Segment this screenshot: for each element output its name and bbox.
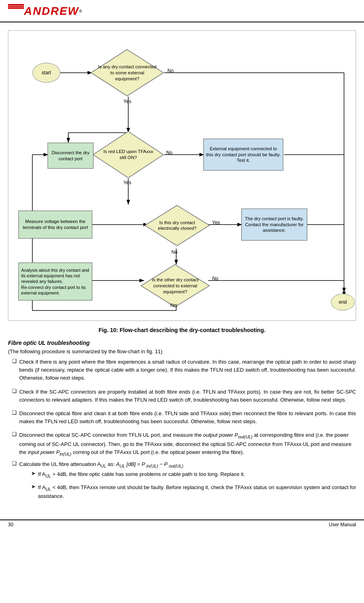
svg-marker-28 bbox=[93, 131, 163, 178]
svg-marker-27 bbox=[91, 50, 163, 96]
section-intro: (The following procedure is summarized b… bbox=[8, 348, 356, 356]
q4-node: Is the other dry contact connected to ex… bbox=[140, 264, 210, 308]
r4-label: The dry contact port is faulty. Contact … bbox=[244, 216, 305, 234]
sub-bullet-1-text: If AUL > 4dB, the fibre optic cable has … bbox=[38, 470, 245, 479]
flowchart-container: start Is any dry contact connected to so… bbox=[8, 30, 356, 321]
bullet-3-text: Disconnect the optical fibre and clean i… bbox=[19, 410, 356, 426]
svg-marker-30 bbox=[141, 265, 209, 307]
q2-no-label: No bbox=[166, 150, 172, 155]
logo-flag-icon bbox=[8, 4, 24, 18]
sub-bullet-2: ➤ If AUL < 4dB, then TFAxxx remote unit … bbox=[31, 484, 356, 503]
svg-marker-1 bbox=[16, 4, 24, 9]
q4-no-label: No bbox=[212, 276, 218, 281]
flowchart-wrapper: start Is any dry contact connected to so… bbox=[12, 37, 360, 316]
r3-node: Measure voltage between the terminals of… bbox=[18, 211, 92, 239]
footer-right-text: User Manual bbox=[329, 522, 356, 527]
bullet-4: ❑ Disconnect the optical SC-APC connecto… bbox=[8, 431, 356, 457]
bullet-1-text: Check if there is any point where the fi… bbox=[19, 358, 356, 382]
end-label: end bbox=[339, 299, 347, 305]
svg-marker-0 bbox=[8, 4, 16, 9]
bullet-5: ❑ Calculate the UL fibre attenuation AUL… bbox=[8, 460, 356, 504]
bullet-symbol-3: ❑ bbox=[12, 410, 17, 428]
bullet-symbol-2: ❑ bbox=[12, 388, 17, 406]
end-node: end bbox=[331, 294, 355, 310]
bullet-2-text: Check if the SC-APC connectors are prope… bbox=[19, 388, 356, 404]
bullet-3: ❑ Disconnect the optical fibre and clean… bbox=[8, 410, 356, 428]
start-node: start bbox=[32, 63, 60, 83]
section-title: Fibre optic UL troubleshooting bbox=[8, 340, 356, 346]
bullet-5-text: Calculate the UL fibre attenuation AUL a… bbox=[19, 461, 183, 467]
r4-node: The dry contact port is faulty. Contact … bbox=[241, 209, 307, 241]
q1-node: Is any dry contact connected to some ext… bbox=[90, 49, 164, 97]
sub-arrow-2: ➤ bbox=[31, 484, 36, 503]
bullet-1: ❑ Check if there is any point where the … bbox=[8, 358, 356, 384]
r1-label: Disconnect the dry contact port bbox=[50, 150, 91, 162]
start-label: start bbox=[42, 70, 51, 76]
footer: 30 User Manual bbox=[0, 519, 364, 529]
sub-bullets: ➤ If AUL > 4dB, the fibre optic cable ha… bbox=[19, 470, 356, 503]
sub-bullet-1: ➤ If AUL > 4dB, the fibre optic cable ha… bbox=[31, 470, 356, 482]
q1-no-label: No bbox=[167, 68, 173, 74]
r2-node: External equipment connected to this dry… bbox=[203, 139, 283, 171]
q3-node: Is this dry contact electrically closed? bbox=[144, 205, 210, 247]
sub-bullet-2-text: If AUL < 4dB, then TFAxxx remote unit sh… bbox=[38, 484, 356, 501]
r2-label: External equipment connected to this dry… bbox=[206, 146, 281, 164]
main-content: start Is any dry contact connected to so… bbox=[0, 22, 364, 511]
bullet-2: ❑ Check if the SC-APC connectors are pro… bbox=[8, 388, 356, 406]
r5-node: Analysis about this dry contact and its … bbox=[18, 263, 92, 301]
q2-node: Is red LED upon TFAxxx still ON? bbox=[92, 131, 164, 179]
r3-label: Measure voltage between the terminals of… bbox=[21, 219, 90, 231]
page-number: 30 bbox=[8, 522, 13, 527]
bullet-symbol-4: ❑ bbox=[12, 431, 17, 457]
logo-text: ANDREW bbox=[24, 5, 79, 18]
r5-label: Analysis about this dry contact and its … bbox=[21, 267, 90, 296]
header: ANDREW® bbox=[0, 0, 364, 22]
bullet-symbol-5: ❑ bbox=[12, 460, 17, 504]
q1-yes-label: Yes bbox=[123, 99, 131, 104]
figure-caption: Fig. 10: Flow-chart describing the dry-c… bbox=[8, 327, 356, 333]
r1-node: Disconnect the dry contact port bbox=[48, 143, 93, 169]
q4-yes-label: Yes bbox=[169, 302, 177, 308]
sub-arrow-1: ➤ bbox=[31, 470, 36, 482]
bullet-4-text: Disconnect the optical SC-APC connector … bbox=[19, 432, 351, 455]
svg-marker-29 bbox=[145, 205, 209, 246]
logo-reg: ® bbox=[79, 9, 82, 14]
q3-yes-label: Yes bbox=[212, 220, 220, 225]
logo: ANDREW® bbox=[8, 4, 82, 18]
q3-no-label: No bbox=[171, 249, 177, 255]
q2-yes-label: Yes bbox=[123, 180, 131, 185]
bullet-symbol-1: ❑ bbox=[12, 358, 17, 384]
